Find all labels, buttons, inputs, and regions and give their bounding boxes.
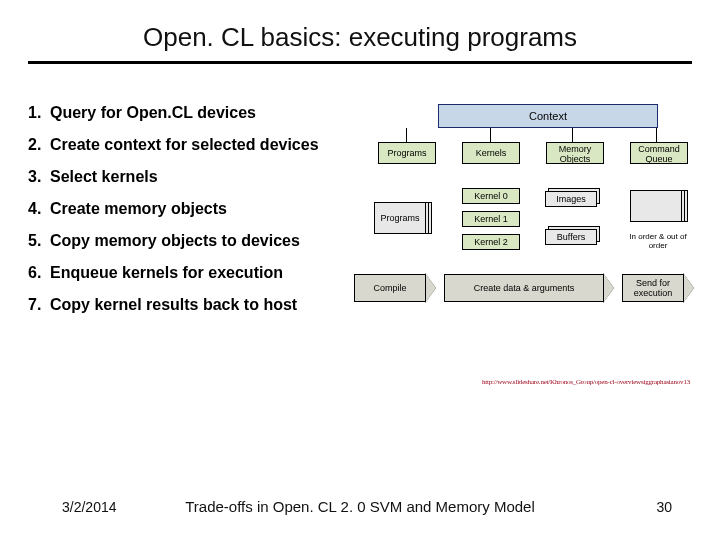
connector-line [406, 128, 407, 142]
stack-layer [630, 190, 682, 222]
step-2: 2.Create context for selected devices [28, 136, 368, 154]
step-6: 6.Enqueue kernels for execution [28, 264, 368, 282]
step-num: 4. [28, 200, 50, 218]
arrow-head-icon [684, 274, 694, 302]
step-text: Create memory objects [50, 200, 368, 218]
step-text: Create context for selected devices [50, 136, 368, 154]
kernel0-box: Kernel 0 [462, 188, 520, 204]
programs-box: Programs [378, 142, 436, 164]
arrow-row: Compile Create data & arguments Send for… [354, 274, 710, 302]
diagram: Context Programs Kernels Memory Objects … [368, 104, 698, 364]
step-1: 1.Query for Open.CL devices [28, 104, 368, 122]
step-5: 5.Copy memory objects to devices [28, 232, 368, 250]
step-num: 3. [28, 168, 50, 186]
arrow-create-data: Create data & arguments [444, 274, 604, 302]
command-queue-box: Command Queue [630, 142, 688, 164]
step-num: 5. [28, 232, 50, 250]
programs-stack: Programs [374, 202, 432, 240]
step-num: 6. [28, 264, 50, 282]
arrow-send-execution: Send for execution [622, 274, 684, 302]
step-text: Enqueue kernels for execution [50, 264, 368, 282]
step-num: 1. [28, 104, 50, 122]
step-text: Copy kernel results back to host [50, 296, 368, 314]
arrow-head-icon [426, 274, 436, 302]
citation-text: http://www.slideshare.net/Khronos_Group/… [482, 378, 690, 386]
step-num: 2. [28, 136, 50, 154]
kernel1-box: Kernel 1 [462, 211, 520, 227]
step-text: Select kernels [50, 168, 368, 186]
footer: 3/2/2014 Trade-offs in Open. CL 2. 0 SVM… [0, 498, 720, 515]
slide-title: Open. CL basics: executing programs [0, 22, 720, 53]
step-7: 7.Copy kernel results back to host [28, 296, 368, 314]
step-text: Query for Open.CL devices [50, 104, 368, 122]
footer-pagenum: 30 [656, 499, 672, 515]
buffers-stack-front: Buffers [545, 229, 597, 245]
arrow-compile: Compile [354, 274, 426, 302]
connector-line [656, 128, 657, 142]
memory-objects-box: Memory Objects [546, 142, 604, 164]
step-num: 7. [28, 296, 50, 314]
arrow-head-icon [604, 274, 614, 302]
connector-line [572, 128, 573, 142]
connector-line [490, 128, 491, 142]
step-4: 4.Create memory objects [28, 200, 368, 218]
queue-stack [630, 190, 688, 228]
step-text: Copy memory objects to devices [50, 232, 368, 250]
in-order-label: In order & out of order [629, 232, 687, 250]
steps-list: 1.Query for Open.CL devices 2.Create con… [0, 104, 368, 364]
kernels-box: Kernels [462, 142, 520, 164]
footer-date: 3/2/2014 [62, 499, 117, 515]
title-divider [28, 61, 692, 64]
stack-layer-label: Programs [374, 202, 426, 234]
images-stack-front: Images [545, 191, 597, 207]
step-3: 3.Select kernels [28, 168, 368, 186]
kernel2-box: Kernel 2 [462, 234, 520, 250]
main-content: 1.Query for Open.CL devices 2.Create con… [0, 104, 720, 364]
context-box: Context [438, 104, 658, 128]
